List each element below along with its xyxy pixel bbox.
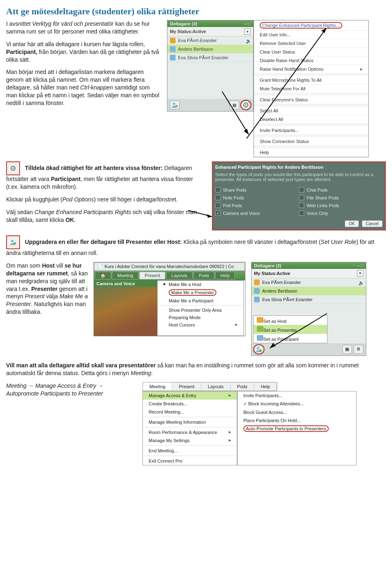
camera-video: [94, 287, 157, 336]
status-dropdown-icon[interactable]: ▾: [244, 28, 251, 35]
checkbox-note-pods[interactable]: Note Pods: [215, 194, 299, 201]
menu-make-host[interactable]: Make Me a Host: [158, 281, 243, 288]
menu-item-connection[interactable]: Show Connection Status: [254, 137, 368, 146]
speaker-icon[interactable]: 🔈: [246, 38, 251, 42]
svg-marker-12: [207, 214, 212, 218]
role-set-host[interactable]: Set as Host: [254, 316, 327, 325]
participant-row[interactable]: Eva PÃ¤rt-Enander 🔈: [167, 36, 253, 45]
menu-item-help[interactable]: Help: [254, 148, 368, 157]
status-dropdown-icon[interactable]: ▾: [357, 270, 363, 277]
ok-button[interactable]: OK: [345, 220, 359, 227]
present-dropdown: Make Me a Host Make Me a Presenter Make …: [157, 280, 244, 336]
menu-item-select-all[interactable]: Select All: [254, 107, 368, 115]
layout-button[interactable]: ▦: [229, 101, 239, 110]
svg-point-14: [13, 242, 16, 245]
status-row[interactable]: My Status:Active▾: [252, 269, 366, 278]
dialog-title: Enhanced Participant Rights for Anders B…: [215, 165, 383, 170]
menu-create-breakouts[interactable]: Create Breakouts...: [143, 400, 237, 408]
speaker-icon[interactable]: 🔈: [359, 280, 363, 284]
host-view-para: Om man som Host vill se hur deltagarna s…: [6, 262, 88, 316]
participant-icon: [254, 297, 260, 302]
submenu-invite[interactable]: Invite Participants...: [238, 391, 356, 400]
participant-icon: [254, 288, 260, 294]
participant-row[interactable]: Eva Silvia PÃ¤rt Enander: [167, 54, 253, 62]
participant-row-selected[interactable]: Anders Bertilsson: [252, 287, 366, 295]
menu-pods[interactable]: Pods: [194, 272, 214, 279]
participant-row-selected[interactable]: Anders Bertilsson: [167, 45, 253, 54]
submenu-arrow-icon: ▶: [360, 67, 363, 71]
submenu-block-incoming[interactable]: ✓ Block Incoming Attendees...: [238, 400, 356, 408]
home-button[interactable]: 🏠: [95, 272, 111, 279]
menu-host-cursors[interactable]: Host Cursors▶: [158, 321, 243, 329]
menu-exit[interactable]: Exit Connect Pro: [143, 457, 237, 465]
gear-icon-box: [6, 161, 20, 175]
menu-item-edit-user[interactable]: Edit User Info...: [254, 31, 368, 39]
autopromote-para: Vill man att alla deltagare alltid skall…: [6, 362, 386, 377]
cancel-button[interactable]: Cancel: [362, 220, 383, 227]
checkbox-chat-pods[interactable]: Chat Pods: [299, 186, 383, 194]
menu-show-presenter-area[interactable]: Show Presenter Only Area: [158, 306, 243, 314]
menu-item-change-rights[interactable]: Change Enhanced Participant Rights...: [254, 20, 368, 31]
role-set-participant[interactable]: Set as Participant: [254, 334, 327, 343]
menu-layouts[interactable]: Layouts: [166, 272, 193, 279]
enhanced-rights-dialog: Enhanced Participant Rights for Anders B…: [212, 161, 386, 230]
menu-item-clear-all[interactable]: Clear Everyone's Status: [254, 96, 368, 104]
menu-record-meeting[interactable]: Record Meeting...: [143, 408, 237, 416]
submenu-autopromote[interactable]: Auto-Promote Participants to Presenters: [238, 425, 356, 433]
menu-item-grant-mic[interactable]: Grant Microphone Rights To All: [254, 76, 368, 85]
status-row[interactable]: My Status:Active ▾: [167, 27, 253, 36]
layout-button[interactable]: ▦: [342, 345, 352, 354]
upgrade-section: Uppgradera en eller fler deltagare till …: [6, 235, 386, 257]
submenu-block-guest[interactable]: Block Guest Access...: [238, 408, 356, 416]
participant-role-icon: [257, 335, 263, 341]
panel-window-controls[interactable]: – □: [357, 263, 363, 268]
participant-row[interactable]: Eva PÃ¤rt-Enander🔈: [252, 278, 366, 287]
menu-room-performance[interactable]: Room Performance & Appearance▶: [143, 428, 237, 436]
set-user-role-button[interactable]: +: [170, 101, 180, 110]
panel-window-controls[interactable]: – □: [244, 21, 251, 26]
menu-item-mute-phone[interactable]: Mute Telephone For All: [254, 85, 368, 93]
menu-make-presenter[interactable]: Make Me a Presenter: [158, 288, 243, 297]
svg-point-16: [259, 349, 262, 352]
host-role-icon: [257, 317, 263, 323]
checkbox-web-links[interactable]: Web Links Pods: [299, 201, 383, 209]
tab-help[interactable]: Help: [254, 382, 277, 391]
menu-end-meeting[interactable]: End Meeting...: [143, 447, 237, 455]
menu-help[interactable]: Help: [215, 272, 235, 279]
set-user-role-button[interactable]: [254, 345, 264, 354]
submenu-hold[interactable]: Place Participants On Hold...: [238, 416, 356, 425]
menu-item-clear-status[interactable]: Clear User Status: [254, 48, 368, 56]
menu-item-disable-raise[interactable]: Disable Raise Hand Status: [254, 56, 368, 65]
menu-item-remove-user[interactable]: Remove Selected User: [254, 39, 368, 48]
menu-item-raise-options[interactable]: Raise Hand Notification Options▶: [254, 65, 368, 74]
menu-meeting-info[interactable]: Manage Meeting Information: [143, 418, 237, 426]
tab-layouts[interactable]: Layouts: [201, 382, 231, 391]
pod-options-button[interactable]: ⚙: [354, 345, 363, 354]
page-title: Att ge mötesdeltagare (studenter) olika …: [6, 6, 386, 17]
pod-options-button[interactable]: [241, 101, 251, 110]
menu-meeting[interactable]: Meeting: [112, 272, 138, 279]
checkbox-poll-pods[interactable]: Poll Pods: [215, 201, 299, 209]
tab-present[interactable]: Present: [172, 382, 201, 391]
menu-item-deselect-all[interactable]: Deselect All: [254, 115, 368, 124]
checkbox-share-pods[interactable]: Share Pods: [215, 186, 299, 194]
panel-title: Deltagare (3): [170, 21, 197, 26]
tab-meeting[interactable]: Meeting: [143, 382, 172, 391]
participants-panel: Deltagare (3) – □ My Status:Active ▾ Eva…: [167, 20, 254, 112]
menu-make-participant[interactable]: Make Me a Participant: [158, 297, 243, 304]
tab-pods[interactable]: Pods: [231, 382, 254, 391]
checkbox-voice-only[interactable]: Voice Only: [299, 209, 383, 217]
participant-row[interactable]: Eva Silvia PÃ¤rt Enander: [252, 295, 366, 304]
participant-icon: [170, 55, 176, 60]
menu-item-invite[interactable]: Invite Participants...: [254, 126, 368, 135]
menu-present[interactable]: Present: [139, 272, 165, 279]
checkbox-file-share[interactable]: File Share Pods: [299, 194, 383, 201]
checkbox-camera-voice[interactable]: ✓Camera and Voice: [215, 209, 299, 217]
menu-manage-access[interactable]: Manage Access & Entry▶: [143, 391, 237, 400]
present-menu-screenshot: 📄 Kurs i Adobe Connect för vana Marratec…: [94, 262, 245, 336]
menu-preparing-mode[interactable]: Preparing Mode: [158, 314, 243, 321]
participants-panel-2: Deltagare (3)– □ My Status:Active▾ Eva P…: [251, 262, 366, 356]
role-set-presenter[interactable]: Set as Presenter: [254, 325, 327, 334]
window-title: 📄 Kurs i Adobe Connect för vana Marratec…: [94, 262, 245, 271]
menu-my-settings[interactable]: Manage My Settings▶: [143, 436, 237, 445]
